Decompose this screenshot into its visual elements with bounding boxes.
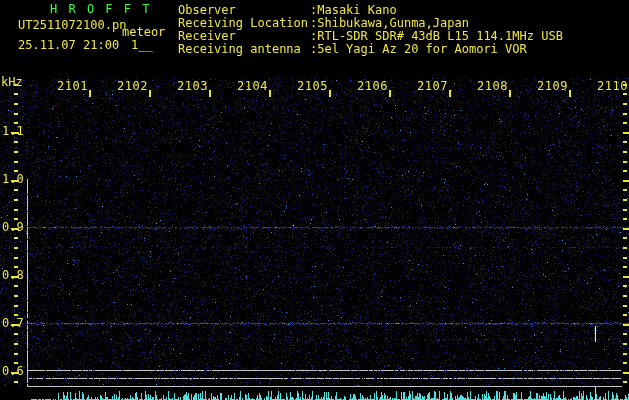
freq-label-0.7: 0.7 bbox=[2, 317, 24, 330]
output-filename: UT2511072100.pn bbox=[18, 19, 126, 32]
field-value-antenna: :5el Yagi Az 20 for Aomori VOR bbox=[310, 43, 527, 56]
freq-axis-unit: kHz bbox=[1, 76, 23, 89]
count-indicator: 1__ bbox=[131, 39, 153, 52]
time-label-2108: 2108 bbox=[477, 80, 508, 93]
freq-label-1.0: 1.0 bbox=[2, 173, 24, 186]
freq-label-0.9: 0.9 bbox=[2, 221, 24, 234]
spectrogram-canvas bbox=[0, 0, 629, 400]
freq-label-0.8: 0.8 bbox=[2, 269, 24, 282]
time-label-2102: 2102 bbox=[117, 80, 148, 93]
hrofft-screen: H R O F F T UT2511072100.pn meteor 25.11… bbox=[0, 0, 629, 400]
app-title: H R O F F T bbox=[50, 3, 151, 16]
field-label-antenna: Receiving antenna bbox=[178, 43, 301, 56]
time-label-2106: 2106 bbox=[357, 80, 388, 93]
freq-label-1.1: 1.1 bbox=[2, 125, 24, 138]
datetime-label: 25.11.07 21:00 bbox=[18, 39, 119, 52]
time-label-2105: 2105 bbox=[297, 80, 328, 93]
freq-label-0.6: 0.6 bbox=[2, 365, 24, 378]
time-label-2104: 2104 bbox=[237, 80, 268, 93]
time-label-2109: 2109 bbox=[537, 80, 568, 93]
time-label-2107: 2107 bbox=[417, 80, 448, 93]
time-label-2101: 2101 bbox=[57, 80, 88, 93]
time-label-2110: 2110 bbox=[597, 80, 628, 93]
time-label-2103: 2103 bbox=[177, 80, 208, 93]
